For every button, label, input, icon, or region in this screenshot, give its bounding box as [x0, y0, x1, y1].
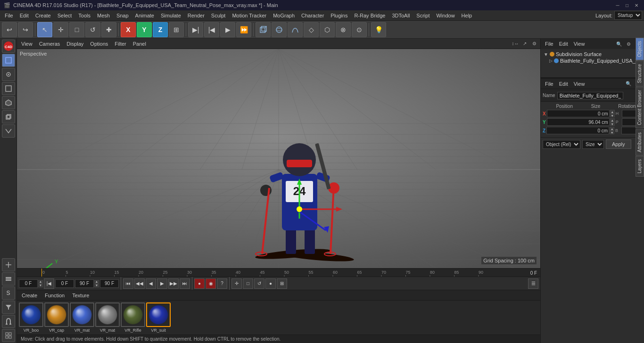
scene-btn[interactable]: S	[2, 286, 15, 300]
polygon-mode-button[interactable]	[2, 96, 15, 109]
redo-button[interactable]: ↪	[18, 22, 33, 37]
menu-motion-tracker[interactable]: Motion Tracker	[229, 12, 269, 19]
material-item-5[interactable]: VR_suit	[146, 302, 171, 333]
pos-y-down[interactable]: ▼	[610, 122, 615, 126]
3d-viewport[interactable]: Perspective	[17, 49, 540, 268]
current-frame-input[interactable]	[19, 279, 38, 288]
nurbs-button[interactable]	[288, 22, 303, 37]
menu-animate[interactable]: Animate	[132, 12, 157, 19]
menu-edit[interactable]: Edit	[17, 12, 32, 19]
vp-nav-icon[interactable]: ↕↔	[511, 40, 520, 48]
vp-menu-display[interactable]: Display	[64, 41, 86, 47]
rotate-tool-button[interactable]: ↺	[85, 22, 100, 37]
tab-layers[interactable]: Layers	[636, 156, 644, 177]
vp-menu-options[interactable]: Options	[88, 41, 110, 47]
pos-x-down[interactable]: ▼	[610, 114, 615, 117]
menu-3dtoall[interactable]: 3DToAll	[389, 12, 413, 19]
vp-settings-icon[interactable]: ⚙	[530, 40, 538, 48]
menu-render[interactable]: Render	[185, 12, 207, 19]
object-mode-button[interactable]	[2, 110, 15, 123]
titlebar-controls[interactable]: ─ □ ✕	[614, 1, 640, 9]
menu-plugins[interactable]: Plugins	[328, 12, 350, 19]
endframe-down-btn[interactable]: ▼	[94, 284, 99, 287]
menu-mograph[interactable]: MoGraph	[270, 12, 297, 19]
menu-tools[interactable]: Tools	[75, 12, 93, 19]
step-back-btn[interactable]: ◀	[146, 278, 156, 289]
frame-up-btn[interactable]: ▲	[38, 280, 43, 284]
transform-tool-button[interactable]: ✚	[101, 22, 116, 37]
vp-menu-cameras[interactable]: Cameras	[37, 41, 63, 47]
play-btn[interactable]: ▶	[157, 278, 167, 289]
vp-maximize-icon[interactable]: ↗	[520, 40, 529, 48]
motion-move-btn[interactable]: ✛	[231, 278, 242, 289]
menu-sculpt[interactable]: Sculpt	[208, 12, 229, 19]
attr-edit-menu[interactable]: Edit	[557, 81, 570, 87]
layers-btn[interactable]	[2, 272, 15, 286]
pos-y-up[interactable]: ▲	[610, 118, 615, 122]
pos-z-input[interactable]	[546, 127, 609, 134]
undo-button[interactable]: ↩	[2, 22, 17, 37]
size-mode-select[interactable]: Size	[582, 140, 604, 149]
minimize-btn[interactable]: ─	[614, 1, 621, 9]
magnet-btn[interactable]	[2, 315, 15, 328]
pos-x-input[interactable]	[547, 110, 610, 117]
menu-help[interactable]: Help	[459, 12, 475, 19]
coord-system-button[interactable]: ⊞	[169, 22, 184, 37]
maximize-btn[interactable]: □	[623, 1, 631, 9]
key-selection-btn[interactable]: ?	[217, 278, 227, 289]
layout-select[interactable]: Startup	[614, 11, 642, 20]
menu-file[interactable]: File	[2, 12, 16, 19]
vp-menu-panel[interactable]: Panel	[131, 41, 149, 47]
move-tool-button[interactable]: ✛	[53, 22, 68, 37]
tab-content-browser[interactable]: Content Browser	[636, 87, 644, 128]
obj-search-icon[interactable]: 🔍	[615, 40, 623, 48]
set-start-btn[interactable]: |◀	[44, 278, 54, 289]
prev-keyframe-btn[interactable]: ◀◀	[134, 278, 145, 289]
pos-z-up[interactable]: ▲	[610, 127, 614, 131]
cube-primitive-button[interactable]	[256, 22, 271, 37]
obj-settings-icon[interactable]: ⚙	[624, 40, 633, 48]
endframe-up-btn[interactable]: ▲	[94, 280, 99, 284]
menu-script[interactable]: Script	[413, 12, 432, 19]
motion-grid-btn[interactable]: ⊞	[277, 278, 287, 289]
model-mode-button[interactable]	[2, 54, 15, 67]
playback-prev-button[interactable]: |◀	[204, 22, 219, 37]
light-button[interactable]: 💡	[371, 22, 386, 37]
spline-button[interactable]: ◇	[304, 22, 319, 37]
playback-start-button[interactable]: ▶|	[188, 22, 203, 37]
menu-character[interactable]: Character	[298, 12, 327, 19]
mat-create[interactable]: Create	[19, 292, 40, 299]
sphere-primitive-button[interactable]	[272, 22, 287, 37]
tree-item-subdivision[interactable]: ▼ Subdivision Surface	[543, 51, 642, 57]
menu-window[interactable]: Window	[433, 12, 457, 19]
point-mode-button[interactable]	[2, 68, 15, 81]
snap-btn[interactable]	[2, 258, 15, 271]
motion-scale-btn[interactable]: □	[243, 278, 253, 289]
menu-simulate[interactable]: Simulate	[158, 12, 184, 19]
playback-next-button[interactable]: ⏩	[236, 22, 251, 37]
tree-item-biathlete[interactable]: ▷ Biathlete_Fully_Equipped_USA_T	[543, 57, 642, 64]
motion-rotate-btn[interactable]: ↺	[254, 278, 264, 289]
menu-select[interactable]: Select	[55, 12, 75, 19]
scale-tool-button[interactable]: □	[69, 22, 84, 37]
goto-start-btn[interactable]: ⏮	[123, 278, 133, 289]
vp-menu-view[interactable]: View	[19, 41, 35, 47]
fps-input[interactable]	[100, 279, 119, 288]
frame-down-btn[interactable]: ▼	[38, 284, 43, 287]
axis-x-button[interactable]: X	[121, 22, 136, 37]
attr-file-menu[interactable]: File	[543, 81, 556, 87]
effector-button[interactable]: ⊙	[352, 22, 367, 37]
motion-key-btn[interactable]: ●	[265, 278, 276, 289]
grid-btn[interactable]	[2, 329, 15, 342]
material-item-4[interactable]: VR_Rifle	[121, 302, 145, 333]
start-frame-input[interactable]	[55, 279, 74, 288]
axis-y-button[interactable]: Y	[137, 22, 152, 37]
coord-system-select[interactable]: Object (Rel)	[543, 140, 580, 149]
menu-mesh[interactable]: Mesh	[94, 12, 113, 19]
attr-search-icon[interactable]: 🔍	[624, 80, 633, 88]
tab-structure[interactable]: Structure	[636, 61, 644, 87]
tab-objects[interactable]: Objects	[636, 38, 644, 60]
objects-view-menu[interactable]: View	[571, 41, 587, 47]
axis-z-button[interactable]: Z	[153, 22, 168, 37]
playback-play-button[interactable]: ▶	[220, 22, 235, 37]
